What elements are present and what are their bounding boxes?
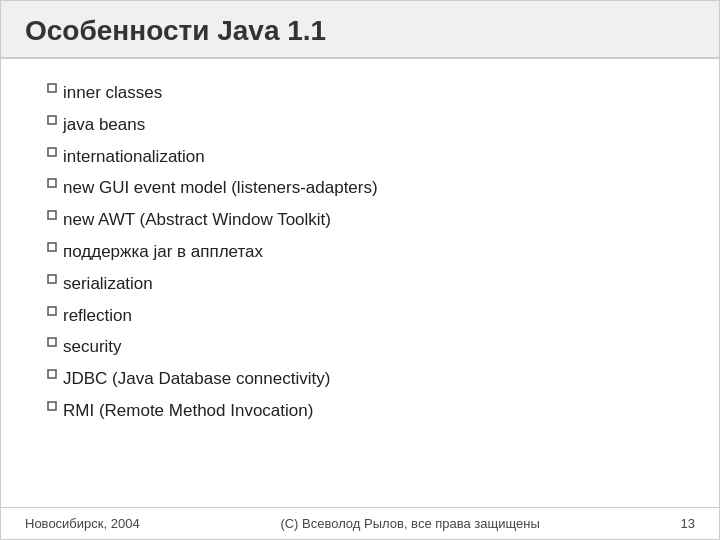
slide-title: Особенности Java 1.1 [25, 15, 695, 47]
bullet-icon [41, 83, 63, 93]
slide-header: Особенности Java 1.1 [1, 1, 719, 59]
bullet-text: new AWT (Abstract Window Toolkit) [63, 208, 679, 232]
bullet-icon [41, 178, 63, 188]
slide-footer: Новосибирск, 2004 (C) Всеволод Рылов, вс… [1, 507, 719, 539]
bullet-icon [41, 115, 63, 125]
list-item: new GUI event model (listeners-adapters) [41, 172, 679, 204]
bullet-list: inner classes java beans internationaliz… [41, 77, 679, 427]
bullet-text: new GUI event model (listeners-adapters) [63, 176, 679, 200]
svg-rect-4 [48, 211, 56, 219]
list-item: reflection [41, 300, 679, 332]
bullet-icon [41, 401, 63, 411]
list-item: java beans [41, 109, 679, 141]
svg-rect-10 [48, 402, 56, 410]
list-item: JDBC (Java Database connectivity) [41, 363, 679, 395]
bullet-icon [41, 210, 63, 220]
svg-rect-7 [48, 307, 56, 315]
list-item: serialization [41, 268, 679, 300]
footer-left: Новосибирск, 2004 [25, 516, 140, 531]
bullet-icon [41, 147, 63, 157]
svg-rect-8 [48, 338, 56, 346]
svg-rect-0 [48, 84, 56, 92]
bullet-text: RMI (Remote Method Invocation) [63, 399, 679, 423]
footer-right: 13 [681, 516, 695, 531]
bullet-text: reflection [63, 304, 679, 328]
bullet-text: security [63, 335, 679, 359]
bullet-text: serialization [63, 272, 679, 296]
bullet-icon [41, 274, 63, 284]
svg-rect-3 [48, 179, 56, 187]
list-item: поддержка jar в апплетах [41, 236, 679, 268]
list-item: security [41, 331, 679, 363]
bullet-text: поддержка jar в апплетах [63, 240, 679, 264]
svg-rect-5 [48, 243, 56, 251]
list-item: RMI (Remote Method Invocation) [41, 395, 679, 427]
bullet-text: inner classes [63, 81, 679, 105]
footer-center: (C) Всеволод Рылов, все права защищены [280, 516, 539, 531]
slide-content: inner classes java beans internationaliz… [1, 59, 719, 507]
bullet-text: JDBC (Java Database connectivity) [63, 367, 679, 391]
bullet-icon [41, 337, 63, 347]
list-item: inner classes [41, 77, 679, 109]
list-item: new AWT (Abstract Window Toolkit) [41, 204, 679, 236]
svg-rect-9 [48, 370, 56, 378]
bullet-text: java beans [63, 113, 679, 137]
bullet-icon [41, 369, 63, 379]
bullet-text: internationalization [63, 145, 679, 169]
slide: Особенности Java 1.1 inner classes java … [0, 0, 720, 540]
bullet-icon [41, 306, 63, 316]
list-item: internationalization [41, 141, 679, 173]
svg-rect-2 [48, 148, 56, 156]
bullet-icon [41, 242, 63, 252]
svg-rect-1 [48, 116, 56, 124]
svg-rect-6 [48, 275, 56, 283]
